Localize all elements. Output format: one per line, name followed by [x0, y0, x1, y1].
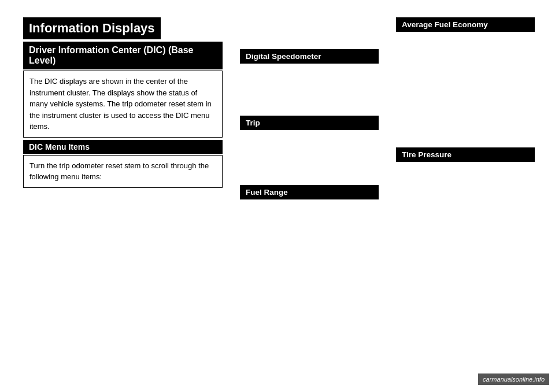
middle-items: Digital Speedometer Trip Fuel Range	[240, 17, 384, 199]
page-container: Information Displays Driver Information …	[0, 0, 555, 392]
subsection-body: Turn the trip odometer reset stem to scr…	[23, 155, 223, 188]
right-items: Average Fuel Economy Tire Pressure	[396, 17, 535, 162]
right-column: Average Fuel Economy Tire Pressure	[390, 17, 535, 199]
tire-pressure-label: Tire Pressure	[396, 147, 535, 162]
watermark: carmanualsonline.info	[478, 373, 549, 385]
fuel-range-label: Fuel Range	[240, 185, 379, 199]
right-item-tire-pressure: Tire Pressure	[396, 147, 535, 162]
trip-label: Trip	[240, 116, 379, 130]
subsection-header: DIC Menu Items	[23, 140, 223, 154]
middle-item-speedometer: Digital Speedometer	[240, 49, 384, 64]
section-header: Driver Information Center (DIC) (Base Le…	[23, 42, 223, 69]
content-area: Information Displays Driver Information …	[23, 17, 532, 199]
digital-speedometer-label: Digital Speedometer	[240, 49, 379, 64]
middle-item-trip: Trip	[240, 116, 384, 130]
avg-fuel-label: Average Fuel Economy	[396, 17, 535, 32]
middle-item-fuel-range: Fuel Range	[240, 185, 384, 199]
right-item-avg-fuel: Average Fuel Economy	[396, 17, 535, 32]
section-body: The DIC displays are shown in the center…	[23, 71, 223, 138]
left-column: Information Displays Driver Information …	[23, 17, 234, 199]
middle-column: Digital Speedometer Trip Fuel Range	[234, 17, 390, 199]
main-title: Information Displays	[23, 17, 161, 39]
